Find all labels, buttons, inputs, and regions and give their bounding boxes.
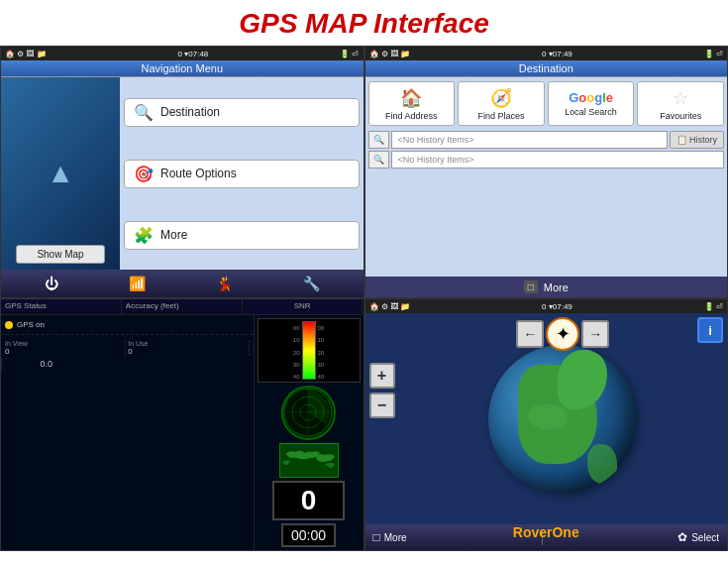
map-body: + − ← ✦ → i bbox=[365, 313, 728, 524]
snr-container: 00 10 20 30 40 00 10 20 30 40 bbox=[258, 318, 361, 383]
find-address-label: Find Address bbox=[385, 111, 438, 121]
zoom-in-button[interactable]: + bbox=[369, 363, 395, 389]
gps-inview-label: In View bbox=[5, 340, 125, 347]
snr-scale-30: 30 bbox=[293, 362, 300, 368]
gps-inview-col: In View 0 bbox=[5, 340, 126, 356]
find-address-button[interactable]: 🏠 Find Address bbox=[368, 81, 456, 126]
gps-right-area: 00 10 20 30 40 00 10 20 30 40 bbox=[255, 315, 364, 550]
nav-header: Navigation Menu bbox=[1, 60, 364, 77]
find-places-label: Find Places bbox=[477, 111, 524, 121]
globe-land-3 bbox=[587, 444, 617, 484]
history-button-1[interactable]: 📋 History bbox=[670, 131, 724, 149]
nav-body: ▲ Show Map 🔍 Destination 🎯 Route Options… bbox=[1, 77, 364, 270]
snr-scale-r40: 40 bbox=[318, 374, 325, 380]
map-top-nav: ← ✦ → bbox=[516, 317, 609, 351]
snr-scale-right: 00 10 20 30 40 bbox=[318, 325, 325, 380]
snr-scale-r10: 10 bbox=[318, 337, 325, 343]
gps-speed-value: 0 bbox=[276, 487, 341, 514]
favourites-button[interactable]: ☆ Favourites bbox=[637, 81, 724, 126]
gps-status-row: GPS on bbox=[1, 315, 254, 335]
history-label-1: History bbox=[689, 135, 717, 145]
gps-inuse-label: In Use bbox=[128, 340, 248, 347]
map-bottom-bar: □ More ✿ Select bbox=[365, 524, 728, 550]
history-search-icon-1: 🔍 bbox=[368, 131, 389, 149]
nav-menu-list: 🔍 Destination 🎯 Route Options 🧩 More bbox=[120, 77, 364, 270]
more-icon: 🧩 bbox=[133, 226, 155, 245]
map-placeholder-icon: ▲ bbox=[47, 158, 74, 189]
dest-status-center: 0 ▾07:49 bbox=[542, 50, 572, 58]
snr-scale: 00 10 20 30 40 bbox=[293, 325, 300, 380]
dest-buttons-row: 🏠 Find Address 🧭 Find Places Google Loca… bbox=[365, 77, 728, 129]
signal-icon: 📶 bbox=[129, 276, 146, 291]
dest-history-row-2: 🔍 <No History Items> bbox=[368, 151, 725, 169]
map-more-icon: □ bbox=[373, 530, 380, 544]
map-bottom-divider bbox=[542, 529, 543, 545]
map-status-left: 🏠 ⚙ 🖼 📁 bbox=[369, 302, 411, 311]
nav-menu-item-more[interactable]: 🧩 More bbox=[124, 221, 360, 250]
gradient-bar bbox=[302, 321, 316, 380]
globe bbox=[488, 345, 637, 494]
dest-more-bar[interactable]: □ More bbox=[365, 277, 728, 297]
map-select-button[interactable]: ✿ Select bbox=[677, 530, 719, 544]
dest-more-icon: □ bbox=[524, 281, 538, 293]
map-select-icon: ✿ bbox=[677, 530, 687, 544]
dest-history-row-1: 🔍 <No History Items> 📋 History bbox=[368, 131, 725, 149]
gps-inuse-col: In Use 0 bbox=[128, 340, 249, 356]
nav-bottom-bar: ⏻ 📶 💃 🔧 bbox=[1, 270, 364, 297]
more-label: More bbox=[160, 228, 187, 242]
snr-scale-r0: 00 bbox=[318, 325, 325, 331]
gps-accuracy-value: 0.0 bbox=[5, 359, 52, 369]
dest-status-left: 🏠 ⚙ 🖼 📁 bbox=[369, 50, 411, 58]
gps-status-text: GPS on bbox=[17, 320, 45, 329]
dest-history-area: 🔍 <No History Items> 📋 History 🔍 <No His… bbox=[365, 129, 728, 277]
dest-panel: 🏠 ⚙ 🖼 📁 0 ▾07:49 🔋 ⏎ Destination 🏠 Find … bbox=[364, 46, 729, 298]
radar-container bbox=[281, 386, 336, 440]
nav-left-button[interactable]: ← bbox=[516, 320, 544, 348]
nav-menu-item-route[interactable]: 🎯 Route Options bbox=[124, 160, 360, 188]
snr-scale-0: 00 bbox=[293, 325, 300, 331]
map-info-button[interactable]: i bbox=[697, 317, 723, 343]
nav-status-center: 0 ▾07:48 bbox=[178, 50, 209, 58]
radar-svg bbox=[283, 388, 334, 438]
favourites-label: Favourites bbox=[660, 111, 701, 121]
map-controls-left: + − bbox=[365, 313, 399, 524]
gps-header-row: GPS Status Accuracy (feet) SNR bbox=[1, 299, 364, 315]
settings-icon[interactable]: 🔧 bbox=[303, 276, 320, 291]
route-label: Route Options bbox=[160, 167, 237, 180]
map-globe-area: ← ✦ → i bbox=[399, 313, 728, 524]
snr-scale-10: 10 bbox=[293, 337, 300, 343]
map-more-button[interactable]: □ More bbox=[373, 530, 407, 544]
snr-scale-20: 20 bbox=[293, 350, 300, 356]
find-places-button[interactable]: 🧭 Find Places bbox=[458, 81, 545, 126]
zoom-out-button[interactable]: − bbox=[369, 393, 395, 418]
nav-status-bar: 🏠 ⚙ 🖼 📁 0 ▾07:48 🔋 ⏎ bbox=[1, 47, 364, 60]
nav-right-button[interactable]: → bbox=[581, 320, 609, 348]
map-status-bar: 🏠 ⚙ 🖼 📁 0 ▾07:49 🔋 ⏎ bbox=[365, 299, 728, 313]
nav-map-area: ▲ Show Map bbox=[1, 77, 120, 270]
gps-body: GPS on In View 0 In Use 0 0.0 bbox=[1, 315, 364, 550]
show-map-button[interactable]: Show Map bbox=[16, 245, 105, 264]
history-input-2[interactable]: <No History Items> bbox=[391, 151, 725, 169]
world-map-box bbox=[279, 443, 339, 478]
theme-icon[interactable]: 💃 bbox=[216, 276, 233, 291]
gps-inuse-value: 0 bbox=[128, 347, 248, 356]
nav-menu-item-destination[interactable]: 🔍 Destination bbox=[124, 98, 360, 127]
map-panel: 🏠 ⚙ 🖼 📁 0 ▾07:49 🔋 ⏎ + − ← ✦ → bbox=[364, 298, 729, 551]
compass-button[interactable]: ✦ bbox=[546, 317, 579, 351]
map-more-label: More bbox=[384, 532, 407, 543]
find-places-icon: 🧭 bbox=[490, 87, 512, 109]
map-status-center: 0 ▾07:49 bbox=[542, 302, 572, 311]
gps-col-header-accuracy: Accuracy (feet) bbox=[122, 299, 243, 315]
nav-status-right: 🔋 ⏎ bbox=[340, 50, 359, 58]
route-icon: 🎯 bbox=[133, 165, 155, 183]
main-grid: 🏠 ⚙ 🖼 📁 0 ▾07:48 🔋 ⏎ Navigation Menu ▲ S… bbox=[0, 46, 728, 551]
local-search-label: Local Search bbox=[565, 107, 617, 117]
history-input-1[interactable]: <No History Items> bbox=[391, 131, 668, 149]
gps-panel: GPS Status Accuracy (feet) SNR GPS on In… bbox=[0, 298, 364, 551]
local-search-button[interactable]: Google Local Search bbox=[548, 81, 635, 126]
dest-status-right: 🔋 ⏎ bbox=[704, 50, 723, 58]
snr-scale-r30: 30 bbox=[318, 362, 325, 368]
power-icon[interactable]: ⏻ bbox=[45, 276, 58, 291]
snr-scale-r20: 20 bbox=[318, 350, 325, 356]
gps-speed-box: 0 bbox=[272, 481, 345, 520]
